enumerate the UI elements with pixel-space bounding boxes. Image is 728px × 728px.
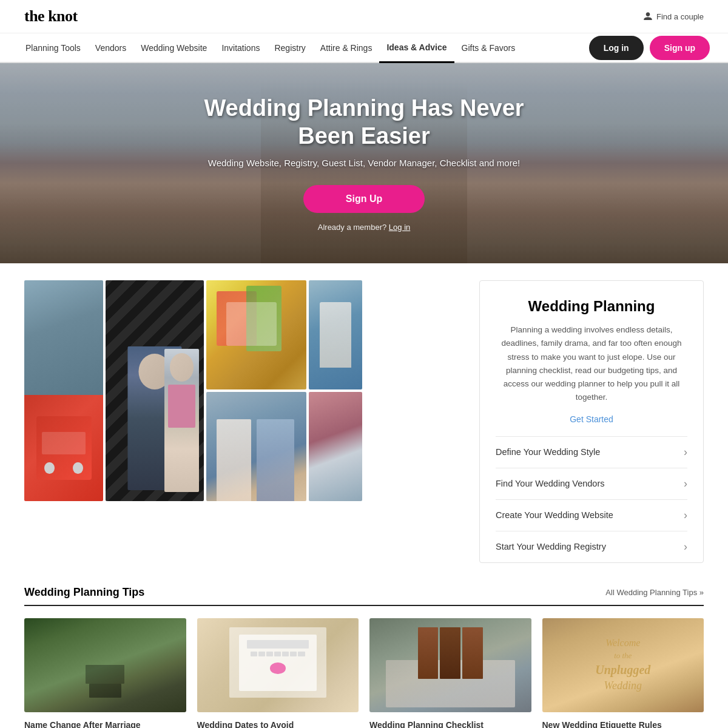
tips-section: Wedding Planning Tips All Wedding Planni…	[0, 580, 728, 728]
tip-title-1: Name Change After Marriage	[24, 720, 186, 728]
person-icon	[643, 12, 653, 21]
get-started-link[interactable]: Get Started	[496, 414, 687, 424]
tips-grid: Name Change After Marriage	[24, 618, 704, 728]
nav-gifts-favors[interactable]: Gifts & Favors	[454, 34, 523, 62]
sidebar-item-registry-label: Start Your Wedding Registry	[496, 542, 606, 551]
tip-card-3[interactable]: Wedding Planning Checklist	[369, 618, 531, 728]
sidebar-item-style[interactable]: Define Your Wedding Style ›	[496, 437, 687, 468]
tip-image-2	[197, 618, 359, 712]
main-nav: Planning Tools Vendors Wedding Website I…	[0, 33, 728, 63]
hero-member-text: Already a member? Log in	[179, 223, 549, 232]
tip-card-2[interactable]: Wedding Dates to Avoid	[197, 618, 359, 728]
nav-ideas-advice[interactable]: Ideas & Advice	[379, 33, 454, 63]
main-content: Wedding Planning Planning a wedding invo…	[0, 263, 728, 580]
login-button[interactable]: Log in	[589, 36, 644, 60]
photo-grid	[24, 280, 465, 501]
sidebar-item-website-label: Create Your Wedding Website	[496, 510, 613, 520]
tip-card-1[interactable]: Name Change After Marriage	[24, 618, 186, 728]
hero-content: Wedding Planning Has Never Been Easier W…	[167, 95, 561, 231]
hero-subtitle: Wedding Website, Registry, Guest List, V…	[179, 158, 549, 168]
sidebar-item-registry[interactable]: Start Your Wedding Registry ›	[496, 531, 687, 562]
sidebar-item-vendors[interactable]: Find Your Wedding Vendors ›	[496, 468, 687, 500]
photo-dress[interactable]	[309, 392, 362, 501]
tip-title-2: Wedding Dates to Avoid	[197, 720, 359, 728]
chevron-right-icon-3: ›	[684, 509, 687, 522]
nav-planning-tools[interactable]: Planning Tools	[18, 34, 88, 62]
nav-vendors[interactable]: Vendors	[88, 34, 133, 62]
logo[interactable]: the knot	[24, 7, 78, 25]
tip-image-3	[369, 618, 531, 712]
sidebar-item-style-label: Define Your Wedding Style	[496, 447, 600, 457]
nav-wedding-website[interactable]: Wedding Website	[133, 34, 214, 62]
photo-sky-bus[interactable]	[24, 280, 103, 501]
photo-cake[interactable]	[309, 280, 362, 389]
tip-title-4: New Wedding Etiquette Rules	[542, 720, 704, 728]
tip-image-4: Welcome to the Unplugged Wedding	[542, 618, 704, 712]
wedding-planning-sidebar: Wedding Planning Planning a wedding invo…	[479, 280, 704, 563]
tip-card-4[interactable]: Welcome to the Unplugged Wedding New Wed…	[542, 618, 704, 728]
sidebar-item-vendors-label: Find Your Wedding Vendors	[496, 479, 605, 488]
hero-login-link[interactable]: Log in	[389, 223, 410, 232]
sidebar-item-website[interactable]: Create Your Wedding Website ›	[496, 500, 687, 531]
nav-attire-rings[interactable]: Attire & Rings	[313, 34, 380, 62]
header: the knot Find a couple	[0, 0, 728, 33]
photo-striped-person[interactable]	[106, 280, 204, 501]
sidebar-description: Planning a wedding involves endless deta…	[496, 323, 687, 405]
chevron-right-icon-1: ›	[684, 446, 687, 459]
chevron-right-icon-2: ›	[684, 477, 687, 490]
hero-section: Wedding Planning Has Never Been Easier W…	[0, 63, 728, 263]
chevron-right-icon-4: ›	[684, 541, 687, 553]
signup-button[interactable]: Sign up	[650, 36, 710, 60]
all-tips-link[interactable]: All Wedding Planning Tips »	[605, 588, 704, 597]
nav-registry[interactable]: Registry	[267, 34, 312, 62]
photo-bridesmaids[interactable]	[206, 392, 306, 501]
find-couple-link[interactable]: Find a couple	[643, 12, 704, 21]
photo-flowers[interactable]	[206, 280, 306, 389]
tips-header: Wedding Planning Tips All Wedding Planni…	[24, 586, 704, 606]
tip-image-1	[24, 618, 186, 712]
sidebar-title: Wedding Planning	[496, 298, 687, 315]
nav-invitations[interactable]: Invitations	[214, 34, 267, 62]
tip-title-3: Wedding Planning Checklist	[369, 720, 531, 728]
tips-title: Wedding Planning Tips	[24, 586, 144, 599]
hero-signup-button[interactable]: Sign Up	[303, 185, 425, 213]
hero-title: Wedding Planning Has Never Been Easier	[179, 95, 549, 150]
